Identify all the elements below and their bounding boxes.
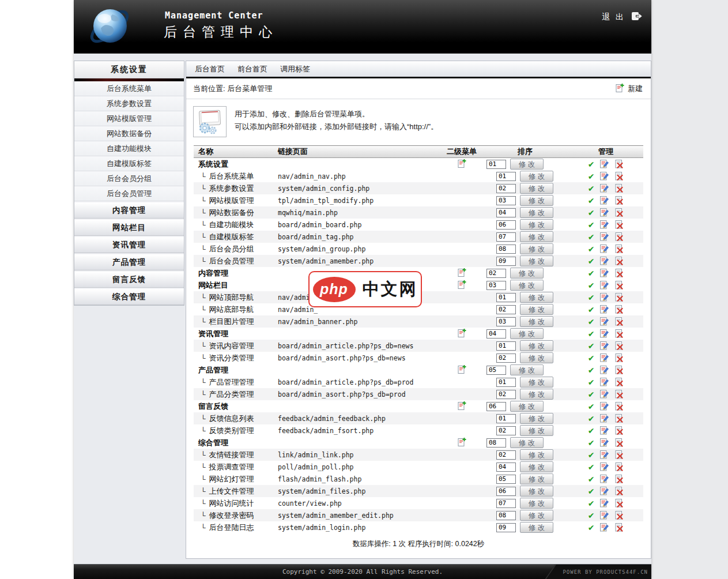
sort-input[interactable] [496, 414, 516, 423]
edit-icon[interactable] [599, 195, 609, 205]
sort-input[interactable] [496, 317, 516, 326]
sidebar-item[interactable]: 系统参数设置 [74, 96, 184, 111]
modify-button[interactable]: 修 改 [520, 255, 553, 266]
sidebar-section-header[interactable]: 内容管理 [74, 202, 184, 219]
enabled-check-icon[interactable]: ✔ [588, 245, 595, 254]
modify-button[interactable]: 修 改 [520, 352, 553, 363]
sidebar-section-header[interactable]: 资讯管理 [74, 237, 184, 253]
delete-icon[interactable] [614, 498, 624, 508]
edit-icon[interactable] [599, 413, 609, 423]
enabled-check-icon[interactable]: ✔ [588, 269, 595, 278]
modify-button[interactable]: 修 改 [520, 243, 553, 254]
delete-icon[interactable] [614, 304, 624, 314]
modify-button[interactable]: 修 改 [520, 171, 553, 182]
delete-icon[interactable] [614, 317, 624, 326]
sort-input[interactable] [496, 341, 516, 351]
sort-input[interactable] [496, 257, 516, 266]
enabled-check-icon[interactable]: ✔ [588, 354, 595, 363]
modify-button[interactable]: 修 改 [520, 377, 553, 388]
modify-button[interactable]: 修 改 [510, 159, 544, 170]
sort-input[interactable] [496, 172, 516, 181]
modify-button[interactable]: 修 改 [520, 522, 553, 533]
sidebar-section-header[interactable]: 产品管理 [74, 254, 184, 270]
enabled-check-icon[interactable]: ✔ [588, 281, 595, 290]
sidebar-item[interactable]: 自建功能模块 [74, 141, 184, 156]
edit-icon[interactable] [599, 438, 609, 448]
modify-button[interactable]: 修 改 [520, 473, 553, 484]
sort-input[interactable] [486, 160, 506, 169]
sidebar-item[interactable]: 后台会员管理 [74, 186, 184, 201]
sidebar-section-header[interactable]: 网站栏目 [74, 220, 184, 236]
enabled-check-icon[interactable]: ✔ [588, 196, 595, 205]
modify-button[interactable]: 修 改 [510, 328, 544, 339]
edit-icon[interactable] [599, 171, 609, 181]
sort-input[interactable] [496, 463, 516, 472]
delete-icon[interactable] [614, 486, 624, 496]
delete-icon[interactable] [614, 365, 624, 375]
modify-button[interactable]: 修 改 [510, 401, 544, 412]
enabled-check-icon[interactable]: ✔ [588, 257, 595, 266]
sort-input[interactable] [496, 487, 516, 496]
sort-input[interactable] [496, 305, 516, 314]
sort-input[interactable] [486, 402, 506, 411]
delete-icon[interactable] [614, 462, 624, 472]
modify-button[interactable]: 修 改 [520, 316, 553, 327]
add-submenu-icon[interactable] [457, 367, 466, 376]
sort-input[interactable] [486, 329, 506, 339]
enabled-check-icon[interactable]: ✔ [588, 293, 595, 302]
modify-button[interactable]: 修 改 [520, 340, 553, 351]
sidebar-item[interactable]: 网站数据备份 [74, 126, 184, 141]
modify-button[interactable]: 修 改 [510, 437, 544, 448]
delete-icon[interactable] [614, 450, 624, 460]
enabled-check-icon[interactable]: ✔ [588, 475, 595, 484]
delete-icon[interactable] [614, 377, 624, 387]
delete-icon[interactable] [614, 438, 624, 448]
tab[interactable]: 后台首页 [188, 61, 231, 77]
sort-input[interactable] [496, 499, 516, 508]
edit-icon[interactable] [599, 268, 609, 278]
edit-icon[interactable] [599, 353, 609, 363]
edit-icon[interactable] [599, 341, 609, 351]
delete-icon[interactable] [614, 353, 624, 363]
delete-icon[interactable] [614, 208, 624, 217]
enabled-check-icon[interactable]: ✔ [588, 220, 595, 230]
sort-input[interactable] [496, 208, 516, 217]
delete-icon[interactable] [614, 244, 624, 254]
enabled-check-icon[interactable]: ✔ [588, 438, 595, 448]
sort-input[interactable] [486, 366, 506, 375]
delete-icon[interactable] [614, 426, 624, 435]
enabled-check-icon[interactable]: ✔ [588, 378, 595, 387]
sort-input[interactable] [496, 426, 516, 435]
edit-icon[interactable] [599, 208, 609, 217]
edit-icon[interactable] [599, 183, 609, 193]
sort-input[interactable] [496, 293, 516, 302]
edit-icon[interactable] [599, 304, 609, 314]
enabled-check-icon[interactable]: ✔ [588, 208, 595, 217]
modify-button[interactable]: 修 改 [520, 207, 553, 218]
edit-icon[interactable] [599, 498, 609, 508]
edit-icon[interactable] [599, 317, 609, 326]
add-submenu-icon[interactable] [457, 283, 466, 291]
delete-icon[interactable] [614, 341, 624, 351]
sidebar-section-header[interactable]: 留言反馈 [74, 272, 184, 288]
tab[interactable]: 前台首页 [231, 61, 274, 77]
modify-button[interactable]: 修 改 [520, 486, 553, 497]
edit-icon[interactable] [599, 365, 609, 375]
delete-icon[interactable] [614, 268, 624, 278]
sort-input[interactable] [496, 450, 516, 460]
modify-button[interactable]: 修 改 [510, 268, 544, 279]
enabled-check-icon[interactable]: ✔ [588, 511, 595, 520]
edit-icon[interactable] [599, 244, 609, 254]
delete-icon[interactable] [614, 413, 624, 423]
edit-icon[interactable] [599, 401, 609, 411]
sort-input[interactable] [496, 475, 516, 484]
delete-icon[interactable] [614, 292, 624, 302]
delete-icon[interactable] [614, 401, 624, 411]
delete-icon[interactable] [614, 522, 624, 532]
add-submenu-icon[interactable] [457, 331, 466, 340]
sort-input[interactable] [486, 438, 506, 448]
edit-icon[interactable] [599, 329, 609, 339]
enabled-check-icon[interactable]: ✔ [588, 160, 595, 169]
add-submenu-icon[interactable] [457, 161, 466, 170]
modify-button[interactable]: 修 改 [520, 461, 553, 472]
